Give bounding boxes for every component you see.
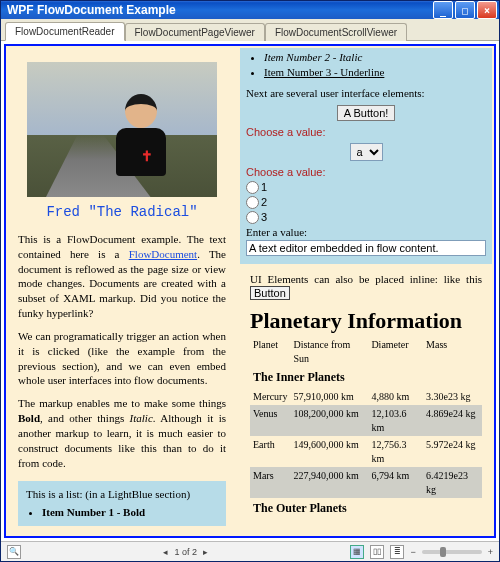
paragraph-3: The markup enables me to make some thing… bbox=[18, 396, 226, 470]
app-window: WPF FlowDocument Example _ □ × FlowDocum… bbox=[0, 0, 500, 562]
lightblue-section-continued: Item Number 2 - Italic Item Number 3 - U… bbox=[240, 48, 492, 264]
choose-value-label-1: Choose a value: bbox=[246, 125, 486, 140]
list-item: Item Number 2 - Italic bbox=[264, 50, 486, 65]
flowdocument-frame: ✝ Fred "The Radical" This is a FlowDocum… bbox=[4, 44, 496, 538]
table-row: Venus108,200,000 km12,103.6 km4.869e24 k… bbox=[250, 405, 482, 436]
col-mass: Mass bbox=[423, 336, 482, 367]
col-planet: Planet bbox=[250, 336, 290, 367]
zoom-in-icon[interactable]: + bbox=[488, 547, 493, 557]
choose-value-label-2: Choose a value: bbox=[246, 165, 486, 180]
table-row: Earth149,600,000 km12,756.3 km5.972e24 k… bbox=[250, 436, 482, 467]
client-area: ✝ Fred "The Radical" This is a FlowDocum… bbox=[1, 40, 499, 561]
reader-toolbar: 🔍 ◂ 1 of 2 ▸ ▦ ▯▯ ≣ − + bbox=[1, 541, 499, 561]
page-indicator: 1 of 2 bbox=[174, 547, 197, 557]
enter-value-label: Enter a value: bbox=[246, 225, 486, 240]
ui-intro: Next are several user interface elements… bbox=[246, 86, 486, 101]
inline-button[interactable]: Button bbox=[250, 286, 290, 300]
radio-2[interactable] bbox=[246, 196, 259, 209]
zoom-out-icon[interactable]: − bbox=[410, 547, 415, 557]
column-left: ✝ Fred "The Radical" This is a FlowDocum… bbox=[6, 46, 238, 536]
search-icon[interactable]: 🔍 bbox=[7, 545, 21, 559]
tab-flowdocumentscrollviewer[interactable]: FlowDocumentScrollViewer bbox=[265, 23, 407, 41]
col-distance: Distance from Sun bbox=[290, 336, 368, 367]
planetary-heading: Planetary Information bbox=[250, 309, 482, 332]
close-button[interactable]: × bbox=[477, 1, 497, 19]
outer-planets-header: The Outer Planets bbox=[250, 498, 482, 518]
paragraph-1: This is a FlowDocument example. The text… bbox=[18, 232, 226, 321]
prev-page-icon[interactable]: ◂ bbox=[163, 547, 168, 557]
value-combobox[interactable]: a bbox=[350, 143, 383, 161]
view-scroll-icon[interactable]: ≣ bbox=[390, 545, 404, 559]
col-diameter: Diameter bbox=[368, 336, 423, 367]
list-item: Item Number 1 - Bold bbox=[42, 505, 218, 520]
planet-table: Planet Distance from Sun Diameter Mass T… bbox=[250, 336, 482, 518]
table-row: Mercury57,910,000 km4,880 km3.30e23 kg bbox=[250, 388, 482, 406]
tab-strip: FlowDocumentReader FlowDocumentPageViewe… bbox=[1, 19, 499, 40]
next-page-icon[interactable]: ▸ bbox=[203, 547, 208, 557]
radio-3[interactable] bbox=[246, 211, 259, 224]
table-row: Mars227,940,000 km6,794 km6.4219e23 kg bbox=[250, 467, 482, 498]
radio-1[interactable] bbox=[246, 181, 259, 194]
column-right: Item Number 2 - Italic Item Number 3 - U… bbox=[238, 46, 494, 536]
tab-flowdocumentreader[interactable]: FlowDocumentReader bbox=[5, 22, 125, 41]
window-buttons: _ □ × bbox=[433, 1, 497, 19]
flowdocument-hyperlink[interactable]: FlowDocument bbox=[129, 248, 197, 260]
inline-ui-paragraph: UI Elements can also be placed inline: l… bbox=[250, 272, 482, 302]
profile-image: ✝ bbox=[27, 62, 217, 197]
paragraph-2: We can programatically trigger an action… bbox=[18, 329, 226, 388]
window-title: WPF FlowDocument Example bbox=[7, 3, 433, 17]
minimize-button[interactable]: _ bbox=[433, 1, 453, 19]
tab-flowdocumentpageviewer[interactable]: FlowDocumentPageViewer bbox=[125, 23, 265, 41]
view-twopage-icon[interactable]: ▯▯ bbox=[370, 545, 384, 559]
image-caption: Fred "The Radical" bbox=[18, 203, 226, 222]
text-editor-input[interactable] bbox=[246, 240, 486, 256]
maximize-button[interactable]: □ bbox=[455, 1, 475, 19]
lightblue-section: This is a list: (in a LightBlue section)… bbox=[18, 481, 226, 527]
titlebar[interactable]: WPF FlowDocument Example _ □ × bbox=[1, 1, 499, 19]
list-intro: This is a list: (in a LightBlue section) bbox=[26, 488, 190, 500]
view-page-icon[interactable]: ▦ bbox=[350, 545, 364, 559]
inner-planets-header: The Inner Planets bbox=[250, 367, 482, 387]
a-button[interactable]: A Button! bbox=[337, 105, 396, 121]
zoom-slider[interactable] bbox=[422, 550, 482, 554]
list-item: Item Number 3 - Underline bbox=[264, 65, 486, 80]
